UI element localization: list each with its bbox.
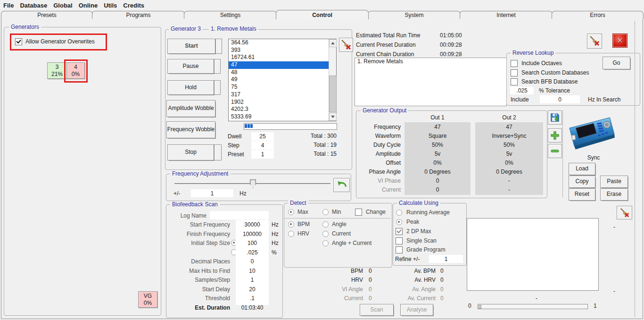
tolerance-input[interactable]: .025 <box>510 87 534 94</box>
finish-frequency-input[interactable]: 100000 <box>236 230 269 238</box>
results-slider-thumb[interactable] <box>479 305 481 309</box>
threshold-input[interactable]: .1 <box>236 294 269 303</box>
frequency-item-selected[interactable]: 47 <box>229 61 336 69</box>
chain-list[interactable]: 1. Remove Metals <box>355 58 507 106</box>
minus-icon <box>550 146 560 156</box>
frequency-list[interactable]: 364.56 393 16724.61 47 48 49 75 317 1902… <box>228 39 337 121</box>
frequency-wobble-button[interactable]: Frequency Wobble <box>166 121 215 138</box>
refine-input[interactable]: 1 <box>429 255 463 263</box>
start-frequency-input[interactable]: 30000 <box>236 220 269 229</box>
hrv-value: 0 <box>369 277 372 283</box>
tab-presets[interactable]: Presets <box>1 11 93 19</box>
results-slider[interactable] <box>478 304 588 309</box>
include-octaves-checkbox[interactable] <box>511 60 518 67</box>
start-button[interactable]: Start <box>167 39 215 54</box>
samples-step-input[interactable]: 1 <box>236 276 269 284</box>
scroll-down-icon[interactable] <box>329 113 337 121</box>
menu-online[interactable]: Online <box>79 2 98 9</box>
stop-button[interactable]: Stop <box>167 144 214 160</box>
frequency-list-scrollbar[interactable] <box>329 39 336 121</box>
frequency-item[interactable]: 5333.69 <box>229 113 336 121</box>
current-row-label: Current <box>357 186 401 193</box>
preset-value[interactable]: 1 <box>251 150 274 159</box>
clear-chain-button[interactable] <box>587 34 602 49</box>
frequency-item[interactable]: 16724.61 <box>229 54 336 61</box>
save-settings-button[interactable] <box>548 110 562 125</box>
close-button[interactable]: ✕ <box>612 34 627 48</box>
menu-global[interactable]: Global <box>53 2 72 9</box>
frequency-item[interactable]: 364.56 <box>229 39 336 47</box>
tab-programs[interactable]: Programs <box>92 11 185 19</box>
detect-hrv-radio[interactable] <box>288 231 294 237</box>
undo-adjustment-button[interactable] <box>333 178 350 192</box>
frequency-item[interactable]: 4202.3 <box>229 106 336 113</box>
remove-button[interactable] <box>548 144 562 158</box>
amplitude-wobble-button[interactable]: Amplitude Wobble <box>166 100 215 117</box>
search-bfb-checkbox[interactable] <box>511 78 518 85</box>
grade-program-checkbox[interactable] <box>396 246 403 253</box>
menu-credits[interactable]: Credits <box>123 2 144 9</box>
tab-settings[interactable]: Settings <box>184 11 277 19</box>
dwell-value[interactable]: 25 <box>251 132 274 141</box>
step-size-hz-input[interactable]: 100 <box>236 239 269 247</box>
max-hits-input[interactable]: 10 <box>236 267 269 275</box>
detect-angle-radio[interactable] <box>322 221 329 227</box>
log-name-input[interactable] <box>210 211 269 219</box>
scan-results-box[interactable] <box>467 218 599 291</box>
vg-generator-button[interactable]: VG 0% <box>138 291 157 308</box>
step-size-percent-input[interactable]: .025 <box>236 248 269 257</box>
copy-button[interactable]: Copy <box>569 176 595 188</box>
pause-button[interactable]: Pause <box>167 59 214 74</box>
generator-4-button[interactable]: 4 0% <box>66 62 85 79</box>
analyse-button[interactable]: Analyse <box>400 304 433 316</box>
detect-min-radio[interactable] <box>322 209 329 215</box>
go-button[interactable]: Go <box>603 57 630 69</box>
menu-database[interactable]: Database <box>20 2 47 9</box>
menu-file[interactable]: File <box>3 2 14 9</box>
decimal-places-input[interactable]: 0 <box>236 257 269 266</box>
scroll-up-icon[interactable] <box>329 39 337 47</box>
scan-button[interactable]: Scan <box>360 304 394 316</box>
search-custom-checkbox[interactable] <box>511 69 518 76</box>
hold-button-segment[interactable] <box>214 80 221 95</box>
chain-item[interactable]: 1. Remove Metals <box>355 58 506 66</box>
frequency-item[interactable]: 75 <box>229 84 336 91</box>
tab-control[interactable]: Control <box>276 10 369 19</box>
add-button[interactable] <box>548 128 562 143</box>
tab-internet[interactable]: Internet <box>460 11 553 19</box>
detect-current-radio[interactable] <box>322 231 329 237</box>
allow-overwrites-checkbox[interactable] <box>15 38 22 45</box>
frequency-item[interactable]: 49 <box>229 76 336 84</box>
erase-button[interactable]: Erase <box>600 188 628 201</box>
single-scan-checkbox[interactable] <box>396 237 403 244</box>
frequency-item[interactable]: 393 <box>229 47 336 54</box>
adjust-step-input[interactable]: 1 <box>191 189 233 197</box>
stop-button-segment[interactable] <box>214 144 222 160</box>
include-hz-input[interactable]: 0 <box>540 95 580 103</box>
running-average-radio[interactable] <box>396 210 402 216</box>
tab-system[interactable]: System <box>368 11 461 19</box>
detect-angle-current-radio[interactable] <box>322 240 329 246</box>
clear-frequencies-button[interactable] <box>339 38 353 52</box>
pause-button-segment[interactable] <box>214 59 221 74</box>
start-delay-input[interactable]: 20 <box>236 285 269 294</box>
menu-utils[interactable]: Utils <box>104 2 117 9</box>
start-button-segment[interactable] <box>215 39 222 54</box>
frequency-item[interactable]: 48 <box>229 69 336 76</box>
detect-max-radio[interactable] <box>288 209 294 215</box>
chain-duration-value: 00:09:28 <box>440 51 462 58</box>
tab-errors[interactable]: Errors <box>552 11 644 19</box>
reset-button[interactable]: Reset <box>569 188 595 201</box>
frequency-item[interactable]: 1902 <box>229 99 336 106</box>
paste-button[interactable]: Paste <box>600 176 628 188</box>
step-value[interactable]: 4 <box>251 141 274 150</box>
detect-bpm-radio[interactable] <box>288 221 294 227</box>
scrollbar-thumb[interactable] <box>329 76 337 112</box>
clear-results-button[interactable] <box>617 206 632 219</box>
hold-button[interactable]: Hold <box>167 80 214 95</box>
two-dp-max-checkbox[interactable] <box>396 228 403 235</box>
detect-change-checkbox[interactable] <box>355 209 362 216</box>
load-button[interactable]: Load <box>569 163 595 175</box>
peak-radio[interactable] <box>396 219 402 225</box>
frequency-item[interactable]: 317 <box>229 91 336 99</box>
